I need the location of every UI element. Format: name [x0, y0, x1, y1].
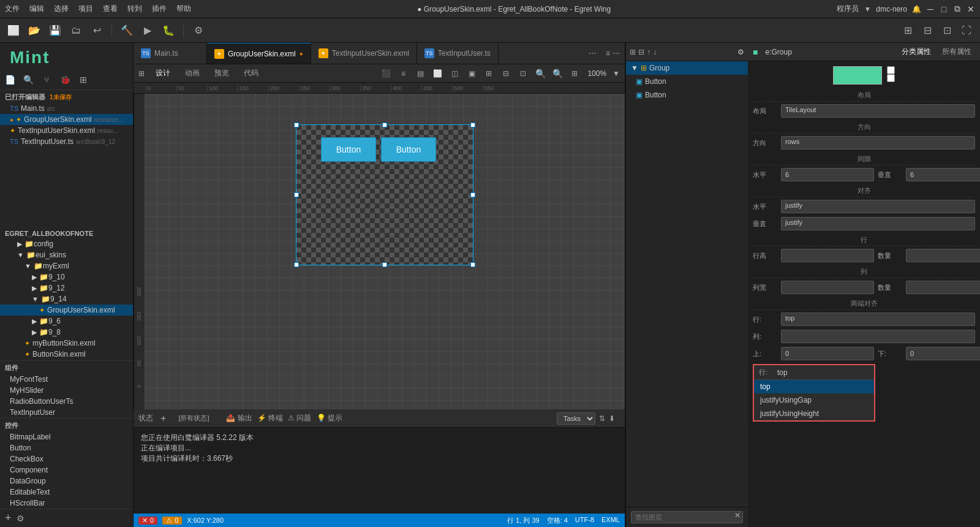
align-left-icon[interactable]: ⬛ [379, 67, 393, 80]
full-screen-button[interactable]: ⛶ [958, 22, 975, 39]
run-button[interactable]: ▶ [139, 22, 156, 39]
handle-tc[interactable] [382, 123, 387, 127]
file-mybutton-skin[interactable]: ✦ myButtonSkin.exml [0, 338, 133, 349]
both-row-value[interactable]: top [781, 313, 975, 326]
layer-toolbar-icon-2[interactable]: ⊟ [638, 48, 644, 56]
left-panel-toggle[interactable]: ⊞ [899, 22, 916, 39]
layer-search-clear-icon[interactable]: ✕ [734, 511, 741, 520]
folder-9-14[interactable]: ▼ 📁 9_14 [0, 294, 133, 305]
extensions-icon[interactable]: ⊞ [76, 72, 91, 87]
settings-button[interactable]: ⚙ [190, 22, 207, 39]
ctrl-component[interactable]: Component [0, 464, 133, 476]
zoom-out-icon[interactable]: 🔍 [533, 67, 547, 80]
handle-mr[interactable] [470, 192, 475, 197]
align-middle-icon[interactable]: ◫ [448, 67, 461, 80]
grid-icon[interactable]: ⊡ [516, 67, 530, 80]
prop-checkbox-2[interactable] [887, 74, 895, 82]
folder-9-10[interactable]: ▶ 📁 9_10 [0, 271, 133, 282]
tab-all-props[interactable]: 所有属性 [938, 45, 975, 58]
folder-9-8[interactable]: ▶ 📁 9_8 [0, 327, 133, 338]
debug-button[interactable]: 🐛 [160, 22, 177, 39]
collapse-icon[interactable]: ≡ [606, 49, 610, 58]
restore-button[interactable]: ⧉ [953, 5, 962, 13]
git-icon[interactable]: ⑂ [39, 72, 54, 87]
warning-badge[interactable]: ⚠ 0 [162, 517, 182, 525]
ctrl-button[interactable]: Button [0, 442, 133, 453]
comp-myhslider[interactable]: MyHSlider [0, 385, 133, 396]
menu-edit[interactable]: 编辑 [29, 4, 44, 14]
canvas-viewport[interactable]: Button Button [145, 94, 625, 409]
terminal-tab[interactable]: ⚡ 终端 [257, 413, 283, 423]
menu-project[interactable]: 项目 [78, 4, 93, 14]
explorer-icon[interactable]: 📄 [2, 72, 17, 87]
align-center-icon[interactable]: ≡ [396, 67, 410, 80]
open-file-textinput-ts[interactable]: TS TextInputUser.ts src\Book\9_12 [0, 136, 133, 147]
add-tab-button[interactable]: + [160, 413, 166, 424]
mode-animation-button[interactable]: 动画 [179, 67, 206, 80]
mode-preview-button[interactable]: 预览 [208, 67, 235, 80]
debug-sidebar-icon[interactable]: 🐞 [58, 72, 72, 87]
folder-9-12[interactable]: ▶ 📁 9_12 [0, 282, 133, 294]
search-icon[interactable]: 🔍 [21, 72, 36, 87]
build-button[interactable]: 🔨 [118, 22, 135, 39]
layer-item-group[interactable]: ▼ ⊞ Group [626, 61, 748, 75]
error-badge[interactable]: ✕ 0 [138, 517, 157, 525]
settings-icon[interactable]: ⚙ [17, 514, 24, 523]
row-h-input[interactable] [781, 249, 874, 262]
zoom-dropdown-icon[interactable]: ▼ [612, 69, 620, 78]
save-button[interactable]: 💾 [47, 22, 64, 39]
comp-myfonttest[interactable]: MyFontTest [0, 374, 133, 385]
handle-tr[interactable] [470, 123, 475, 127]
undo-button[interactable]: ↩ [88, 22, 105, 39]
tab-main-ts[interactable]: TS Main.ts [134, 43, 207, 64]
canvas-button-2[interactable]: Button [381, 137, 436, 162]
handle-br[interactable] [470, 262, 475, 267]
layer-item-button-1[interactable]: ▣ Button [626, 75, 748, 88]
menu-plugins[interactable]: 插件 [152, 4, 167, 14]
ctrl-checkbox[interactable]: CheckBox [0, 453, 133, 464]
comp-textinput[interactable]: TextInputUser [0, 407, 133, 418]
notification-icon[interactable]: 🔔 [912, 5, 921, 13]
menu-file[interactable]: 文件 [5, 4, 20, 14]
right-panel-toggle[interactable]: ⊡ [938, 22, 956, 39]
mode-design-button[interactable]: 设计 [149, 67, 176, 80]
layer-toolbar-icon-1[interactable]: ⊞ [630, 48, 636, 56]
layer-toolbar-icon-3[interactable]: ↑ [647, 48, 650, 56]
tab-bar-menu-icon[interactable]: ⋯ [612, 49, 620, 58]
folder-myexml[interactable]: ▼ 📁 myExml [0, 260, 133, 271]
handle-ml[interactable] [294, 192, 299, 197]
file-group-user-skin[interactable]: ✦ GroupUserSkin.exml [0, 305, 133, 316]
tab-textinput-ts[interactable]: TS TextInputUser.ts [417, 43, 499, 64]
open-file-textinput-skin[interactable]: ✦ TextInputUserSkin.exml resou... [0, 125, 133, 136]
menu-view[interactable]: 查看 [103, 4, 118, 14]
tab-more-button[interactable]: ⋯ [584, 43, 601, 64]
expand-icon[interactable]: ⬇ [609, 414, 615, 423]
output-tab[interactable]: 📤 输出 [226, 413, 252, 423]
folder-9-6[interactable]: ▶ 📁 9_6 [0, 316, 133, 327]
bottom-panel-toggle[interactable]: ⊟ [919, 22, 936, 39]
align-bottom-icon[interactable]: ▣ [465, 67, 478, 80]
row-num-input[interactable] [906, 249, 980, 262]
tab-category-props[interactable]: 分类属性 [898, 45, 935, 58]
menu-bar[interactable]: 文件 编辑 选择 项目 查看 转到 插件 帮助 [5, 4, 191, 14]
canvas-button-1[interactable]: Button [321, 137, 376, 162]
close-button[interactable]: ✕ [967, 5, 975, 13]
both-col-input[interactable] [781, 330, 975, 343]
ctrl-editabletext[interactable]: EditableText [0, 487, 133, 498]
gap-v-input[interactable] [906, 168, 980, 181]
open-file-button[interactable]: 📂 [26, 22, 43, 39]
layer-item-button-2[interactable]: ▣ Button [626, 88, 748, 102]
open-file-main-ts[interactable]: TS Main.ts src [0, 103, 133, 114]
ctrl-bitmaplabel[interactable]: BitmapLabel [0, 431, 133, 442]
tab-group-skin[interactable]: ✦ GroupUserSkin.exml ● [207, 43, 311, 64]
align-right-icon[interactable]: ▤ [413, 67, 427, 80]
all-status-btn[interactable]: [所有状态] [173, 414, 214, 423]
menu-help[interactable]: 帮助 [176, 4, 191, 14]
dropdown-option-top[interactable]: top [754, 380, 874, 393]
mode-code-button[interactable]: 代码 [238, 67, 265, 80]
col-num-input[interactable] [906, 281, 980, 294]
sort-icon[interactable]: ⇅ [599, 414, 605, 423]
color-preview-box[interactable] [833, 66, 882, 85]
save-all-button[interactable]: 🗂 [67, 22, 85, 39]
layer-toolbar-icon-5[interactable]: ⚙ [737, 48, 744, 56]
